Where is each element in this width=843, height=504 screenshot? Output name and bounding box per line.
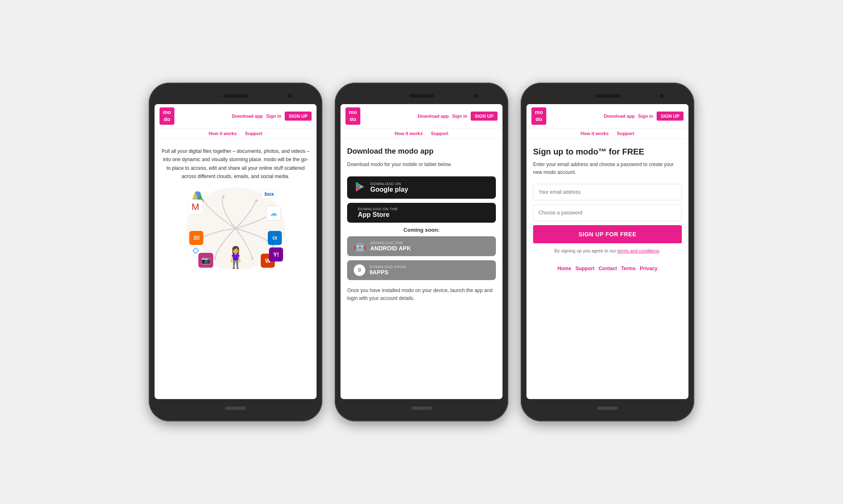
signup-subtitle: Enter your email address and choose a pa… — [533, 161, 682, 176]
phone-2-bottom-bar — [341, 402, 502, 414]
footer-privacy-link[interactable]: Privacy — [640, 266, 657, 271]
phones-container: modo Download app Sign in SIGN UP How it… — [149, 83, 694, 421]
logo-2: modo — [345, 107, 360, 125]
phone-3-bottom-bar — [526, 402, 688, 414]
terms-conditions-link[interactable]: terms and conditions — [617, 248, 660, 253]
signup-title: Sign up to modo™ for FREE — [533, 147, 682, 157]
sign-up-btn-2[interactable]: SIGN UP — [471, 112, 498, 121]
nav-bottom-1: How it works Support — [155, 128, 317, 138]
terms-text: By signing up you agree to our terms and… — [533, 248, 682, 253]
footer-contact-link[interactable]: Contact — [598, 266, 617, 271]
password-input[interactable] — [533, 204, 682, 221]
phone-3-top-bar — [526, 90, 688, 102]
nineapps-button[interactable]: 9 Download from 9APPS — [347, 260, 496, 280]
how-it-works-link-3[interactable]: How it works — [581, 131, 609, 136]
home-btn-1 — [225, 407, 246, 410]
nineapps-icon: 9 — [354, 264, 365, 276]
sign-in-link-1[interactable]: Sign in — [266, 114, 281, 119]
android-title: Download the — [370, 241, 411, 245]
nav-links-3: Download app Sign in SIGN UP — [604, 112, 683, 121]
google-play-text: Download on Google play — [370, 182, 408, 193]
box-logo: box — [262, 189, 277, 199]
footer-links: Home Support Contact Terms Privacy — [533, 266, 682, 271]
nineapps-text: Download from 9APPS — [369, 265, 406, 276]
nav-links-1: Download app Sign in SIGN UP — [232, 112, 312, 121]
phone-3-content: Sign up to modo™ for FREE Enter your ema… — [526, 139, 688, 399]
logo-1: modo — [160, 107, 174, 125]
app-store-button[interactable]: Download on the App Store — [347, 203, 496, 223]
google-play-icon — [354, 181, 366, 195]
android-name: ANDROID APK — [370, 245, 411, 252]
google-play-button[interactable]: Download on Google play — [347, 176, 496, 199]
logo-3: modo — [531, 107, 546, 125]
phone-3-camera — [660, 94, 664, 98]
hero-text: Pull all your digital files together – d… — [161, 147, 310, 181]
phone-1-screen: modo Download app Sign in SIGN UP How it… — [155, 104, 317, 399]
phone-2-screen: modo Download app Sign in SIGN UP How it… — [341, 104, 502, 399]
phone-2-content: Download the modo app Download modo for … — [341, 139, 502, 399]
google-play-name: Google play — [370, 186, 408, 193]
illustration-area: ▲ box M ☁ ◇ 📷 W Y! Ol ✉ — [186, 187, 285, 270]
nav-1: modo Download app Sign in SIGN UP How it… — [155, 104, 317, 139]
cloud-icon: ☁ — [266, 206, 281, 221]
signup-for-free-button[interactable]: SIGN UP FOR FREE — [533, 225, 682, 243]
footer-terms-link[interactable]: Terms — [621, 266, 636, 271]
sign-up-btn-1[interactable]: SIGN UP — [285, 112, 312, 121]
support-link-3[interactable]: Support — [617, 131, 634, 136]
android-apk-button[interactable]: 🤖 Download the ANDROID APK — [347, 236, 496, 256]
nav-2: modo Download app Sign in SIGN UP How it… — [341, 104, 502, 139]
app-store-name: App Store — [358, 211, 398, 219]
sign-in-link-3[interactable]: Sign in — [638, 114, 653, 119]
phone-camera — [288, 94, 292, 98]
app-store-title: Download on the — [358, 207, 398, 211]
download-app-link-2[interactable]: Download app — [418, 114, 449, 119]
download-after-text: Once you have installed modo on your dev… — [347, 287, 496, 302]
phone-2: modo Download app Sign in SIGN UP How it… — [335, 83, 508, 421]
phone-2-camera — [474, 94, 478, 98]
google-play-title: Download on — [370, 182, 408, 186]
nav-links-2: Download app Sign in SIGN UP — [418, 112, 498, 121]
email-input[interactable] — [533, 184, 682, 200]
sign-in-link-2[interactable]: Sign in — [452, 114, 467, 119]
support-link-2[interactable]: Support — [431, 131, 448, 136]
phone-3: modo Download app Sign in SIGN UP How it… — [521, 83, 694, 421]
android-icon: 🤖 — [354, 240, 366, 252]
phone-1-bottom-bar — [155, 402, 317, 414]
how-it-works-link-1[interactable]: How it works — [209, 131, 237, 136]
nav-3: modo Download app Sign in SIGN UP How it… — [526, 104, 688, 139]
download-app-link-1[interactable]: Download app — [232, 114, 263, 119]
footer-support-link[interactable]: Support — [575, 266, 594, 271]
download-app-link-3[interactable]: Download app — [604, 114, 635, 119]
phone-3-speaker — [595, 94, 620, 97]
footer-home-link[interactable]: Home — [557, 266, 571, 271]
support-link-1[interactable]: Support — [245, 131, 262, 136]
instagram-icon: 📷 — [198, 253, 213, 268]
terms-prefix: By signing up you agree to our — [555, 248, 616, 253]
home-btn-3 — [597, 407, 618, 410]
sign-up-btn-3[interactable]: SIGN UP — [657, 112, 683, 121]
phone-1-content: Pull all your digital files together – d… — [155, 139, 317, 399]
nav-bottom-2: How it works Support — [341, 128, 502, 138]
phone-1-top-bar — [155, 90, 317, 102]
how-it-works-link-2[interactable]: How it works — [395, 131, 423, 136]
svg-marker-6 — [251, 257, 254, 261]
yahoo-icon: Y! — [269, 247, 283, 262]
app-store-text: Download on the App Store — [358, 207, 398, 219]
nineapps-name: 9APPS — [369, 269, 406, 276]
phone-speaker — [223, 94, 248, 97]
android-text: Download the ANDROID APK — [370, 241, 411, 252]
coming-soon-label: Coming soon: — [347, 227, 496, 233]
home-btn-2 — [411, 407, 432, 410]
download-title: Download the modo app — [347, 147, 496, 156]
figure-icon: 🧍‍♀️ — [223, 247, 248, 268]
nav-top-1: modo Download app Sign in SIGN UP — [155, 104, 317, 128]
email-icon: ✉ — [189, 231, 203, 245]
phone-1: modo Download app Sign in SIGN UP How it… — [149, 83, 322, 421]
phone-2-speaker — [409, 94, 434, 97]
nav-top-2: modo Download app Sign in SIGN UP — [341, 104, 502, 128]
gmail-logo: M — [188, 200, 203, 214]
nav-top-3: modo Download app Sign in SIGN UP — [526, 104, 688, 128]
nineapps-title: Download from — [369, 265, 406, 269]
phone-3-screen: modo Download app Sign in SIGN UP How it… — [526, 104, 688, 399]
download-subtitle: Download modo for your mobile or tablet … — [347, 161, 496, 168]
